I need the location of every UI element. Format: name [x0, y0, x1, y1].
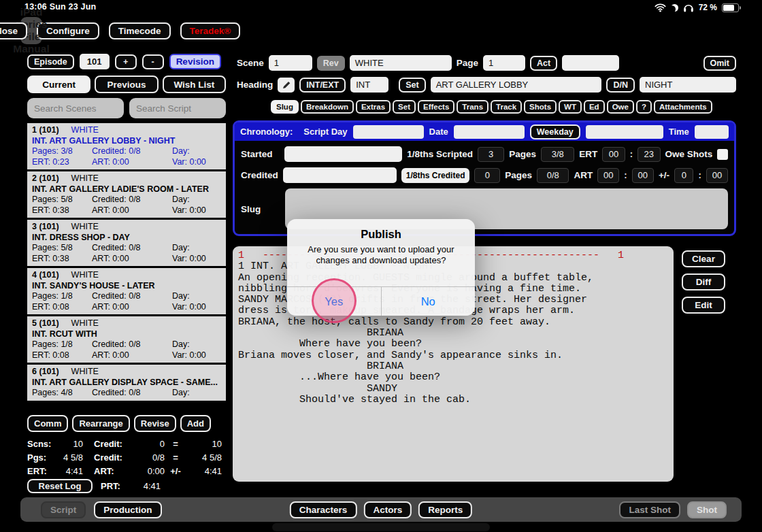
actors-button[interactable]: Actors — [363, 501, 412, 518]
tab-track[interactable]: Track — [491, 100, 522, 114]
close-button[interactable]: Close — [0, 22, 27, 39]
script-button[interactable]: Script — [41, 501, 86, 518]
scene-list-item[interactable]: 2 (101)WHITEINT. ART GALLERY LADIE'S ROO… — [27, 171, 226, 218]
reports-button[interactable]: Reports — [418, 501, 472, 518]
characters-button[interactable]: Characters — [290, 501, 357, 518]
last-shot-button[interactable]: Last Shot — [619, 501, 680, 518]
omit-button[interactable]: Omit — [703, 56, 736, 71]
credited-eighths-button[interactable]: 1/8ths Credited — [401, 168, 470, 183]
scripted-eighths-field[interactable]: 3 — [478, 147, 504, 162]
reset-log-button[interactable]: Reset Log — [27, 479, 93, 493]
tab-slug[interactable]: Slug — [271, 100, 299, 114]
scene-day: Day: — [172, 243, 190, 254]
credited-field[interactable] — [283, 167, 397, 183]
revise-button[interactable]: Revise — [134, 415, 176, 432]
episode-minus-button[interactable]: - — [142, 54, 164, 69]
totals-summary: Scns:10Credit:0=10Pgs:4 5/8Credit:0/8=4 … — [27, 437, 231, 478]
scene-color: WHITE — [71, 318, 99, 328]
set-field[interactable]: ART GALLERY LOBBY — [431, 77, 602, 93]
rearrange-button[interactable]: Rearrange — [72, 415, 129, 432]
dn-field[interactable]: NIGHT — [640, 77, 736, 93]
tab-[interactable]: ? — [636, 100, 652, 114]
dialog-title: Publish — [287, 228, 475, 241]
episode-number-field[interactable]: 101 — [80, 54, 110, 69]
scene-times-row: ERT: 0:08ART: 0:00Var: 0:00 — [32, 302, 221, 313]
diff-button[interactable]: Diff — [682, 273, 725, 290]
page-field[interactable]: 1 — [483, 55, 525, 71]
totals-label: Credit: — [94, 439, 132, 449]
totals-label: Scns: — [27, 439, 57, 449]
comm-button[interactable]: Comm — [27, 415, 68, 432]
script-day-field[interactable] — [353, 125, 424, 139]
ert-hours-field[interactable]: 00 — [602, 147, 625, 162]
scene-list-item[interactable]: 5 (101)WHITEINT. RCUT WITHPages: 1/8Cred… — [27, 316, 226, 363]
production-button[interactable]: Production — [94, 501, 161, 518]
timecode-button[interactable]: Timecode — [109, 22, 171, 39]
set-button[interactable]: Set — [399, 78, 425, 93]
dialog-no-button[interactable]: No — [381, 287, 476, 316]
scene-number-field[interactable]: 1 — [269, 55, 312, 71]
tab-ed[interactable]: Ed — [584, 100, 605, 114]
scene-ert: ERT: 0:38 — [32, 205, 92, 216]
scene-heading: INT. ART GALLERY DISPLAY SPACE - SAME... — [32, 378, 221, 388]
plus-minus-hours-field[interactable]: 0 — [674, 168, 693, 183]
rev-button[interactable]: Rev — [317, 56, 345, 71]
tab-extras[interactable]: Extras — [356, 100, 391, 114]
act-field[interactable] — [562, 55, 619, 71]
act-button[interactable]: Act — [530, 56, 557, 71]
credited-eighths-field[interactable]: 0 — [474, 168, 500, 183]
dn-button[interactable]: D/N — [606, 78, 635, 93]
tab-shots[interactable]: Shots — [524, 100, 557, 114]
shot-button[interactable]: Shot — [687, 501, 727, 518]
tab-effects[interactable]: Effects — [418, 100, 454, 114]
sidebar-tab-previous[interactable]: Previous — [95, 76, 158, 93]
scene-var: Var: 0:00 — [172, 157, 206, 168]
edit-button[interactable]: Edit — [682, 297, 725, 314]
started-field[interactable] — [284, 146, 402, 162]
scene-list-item[interactable]: 4 (101)WHITEINT. SANDY'S HOUSE - LATERPa… — [27, 268, 226, 314]
time-field[interactable] — [695, 125, 729, 139]
teradek-button[interactable]: Teradek® — [180, 22, 241, 39]
episode-plus-button[interactable]: + — [115, 54, 137, 69]
ert-minutes-field[interactable]: 23 — [637, 147, 660, 162]
scene-list-item[interactable]: 6 (101)WHITEINT. ART GALLERY DISPLAY SPA… — [27, 365, 226, 401]
scene-color-field[interactable]: WHITE — [350, 55, 452, 71]
credited-pages-field[interactable]: 0/8 — [537, 168, 569, 183]
tab-wt[interactable]: WT — [559, 100, 582, 114]
script-line: Where have you been? — [238, 339, 668, 350]
sidebar-actions: CommRearrangeReviseAdd — [27, 415, 226, 432]
sidebar-tab-wish-list[interactable]: Wish List — [163, 76, 226, 93]
scene-color: WHITE — [71, 125, 99, 135]
weekday-field[interactable] — [586, 125, 663, 139]
scene-list-item[interactable]: 3 (101)WHITEINT. DRESS SHOP - DAYPages: … — [27, 220, 226, 266]
date-field[interactable] — [454, 125, 525, 139]
tap-indicator — [312, 278, 357, 323]
clear-button[interactable]: Clear — [682, 250, 725, 267]
tab-breakdown[interactable]: Breakdown — [301, 100, 354, 114]
edit-heading-button[interactable] — [278, 78, 295, 93]
revision-button[interactable]: Revision — [169, 54, 221, 69]
scene-list[interactable]: 1 (101)WHITEINT. ART GALLERY LOBBY - NIG… — [27, 123, 226, 412]
scene-times-row: ERT: 0:38ART: 0:00Var: 0:00 — [32, 254, 221, 265]
sidebar-tab-current[interactable]: Current — [27, 76, 90, 93]
plus-minus-minutes-field[interactable]: 00 — [706, 168, 728, 183]
scene-day: Day: — [172, 291, 190, 302]
scene-list-item[interactable]: 1 (101)WHITEINT. ART GALLERY LOBBY - NIG… — [27, 123, 226, 169]
app-screen: 13:06 Sun 23 Jun 72 % Configure Timecode… — [0, 0, 762, 532]
started-pages-field[interactable]: 3/8 — [541, 147, 574, 162]
art-hours-field[interactable]: 00 — [597, 168, 619, 183]
int-ext-button[interactable]: INT/EXT — [299, 78, 346, 93]
scene-times-row: ERT: 0:38ART: 0:00Var: 0:00 — [32, 205, 221, 216]
add-button[interactable]: Add — [180, 415, 211, 432]
tab-trans[interactable]: Trans — [457, 100, 488, 114]
search-scenes-input[interactable]: Search Scenes — [27, 98, 124, 118]
search-script-input[interactable]: Search Script — [129, 98, 226, 118]
int-ext-field[interactable]: INT — [350, 77, 388, 93]
tab-owe[interactable]: Owe — [607, 100, 634, 114]
art-minutes-field[interactable]: 00 — [632, 168, 654, 183]
episode-button[interactable]: Episode — [27, 54, 74, 69]
weekday-button[interactable]: Weekday — [530, 124, 580, 139]
tab-set[interactable]: Set — [393, 100, 416, 114]
owe-shots-checkbox[interactable] — [717, 149, 728, 160]
tab-attachments[interactable]: Attachments — [654, 100, 712, 114]
